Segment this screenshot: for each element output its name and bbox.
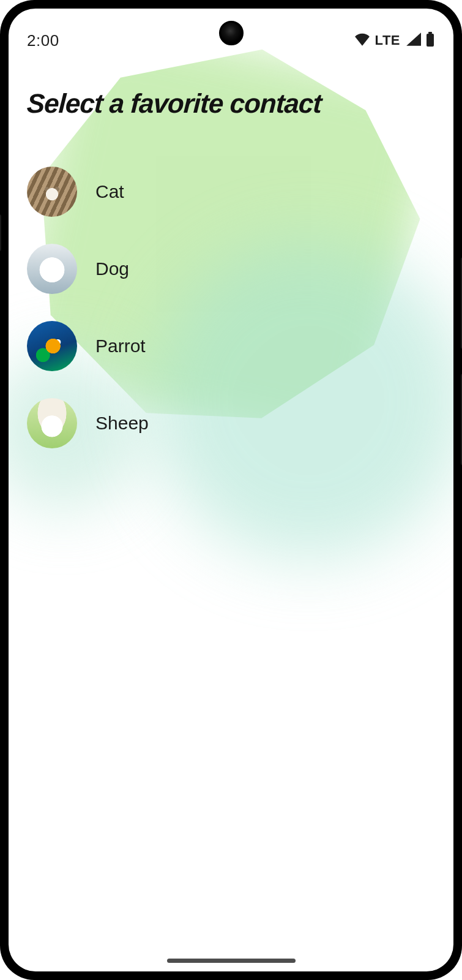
contact-item-sheep[interactable]: Sheep (27, 385, 435, 462)
cat-avatar (27, 167, 77, 217)
phone-frame: 2:00 LTE (0, 0, 462, 980)
contact-label: Parrot (95, 336, 146, 356)
svg-rect-0 (428, 32, 432, 34)
svg-rect-1 (427, 34, 434, 47)
camera-punch-hole (219, 21, 244, 45)
contact-label: Sheep (95, 413, 149, 434)
screen: 2:00 LTE (9, 9, 453, 971)
status-indicators: LTE (354, 32, 435, 49)
network-type-label: LTE (375, 32, 400, 48)
cellular-signal-icon (405, 32, 421, 48)
status-time: 2:00 (27, 31, 59, 50)
dog-avatar (27, 244, 77, 294)
phone-side-button (0, 214, 1, 251)
gesture-nav-handle[interactable] (167, 959, 296, 963)
sheep-avatar (27, 398, 77, 448)
wifi-icon (354, 32, 370, 48)
contact-item-dog[interactable]: Dog (27, 230, 435, 307)
contact-label: Dog (95, 258, 129, 279)
page-content: Select a favorite contact Cat Dog Parrot… (9, 58, 453, 462)
battery-icon (425, 32, 435, 49)
contact-list: Cat Dog Parrot Sheep (27, 153, 435, 462)
parrot-avatar (27, 321, 77, 371)
contact-item-parrot[interactable]: Parrot (27, 307, 435, 385)
contact-label: Cat (95, 181, 124, 202)
page-title: Select a favorite contact (26, 88, 436, 119)
contact-item-cat[interactable]: Cat (27, 153, 435, 230)
